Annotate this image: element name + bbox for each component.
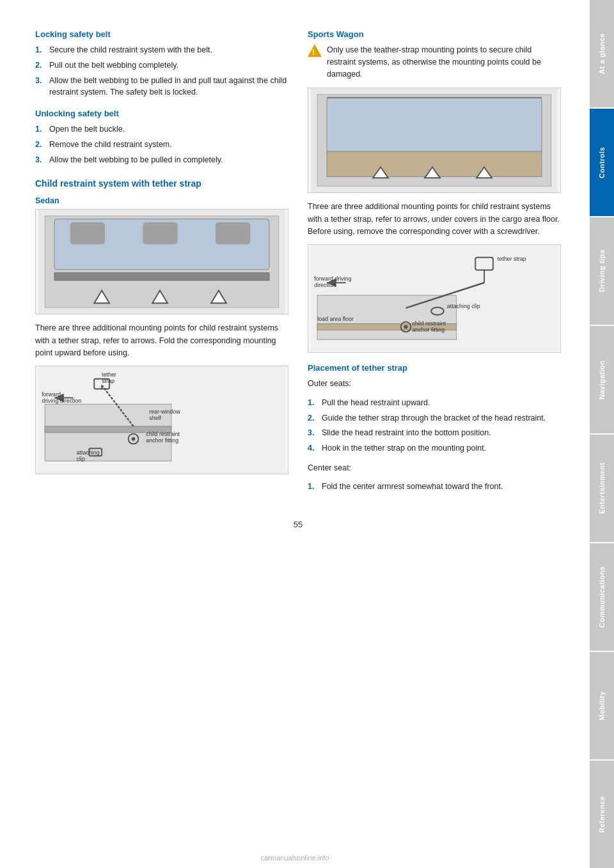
unlocking-step-3: 3.Allow the belt webbing to be pulled in…	[35, 154, 288, 166]
svg-rect-4	[143, 222, 177, 245]
svg-rect-3	[70, 222, 105, 245]
svg-text:forward: forward	[42, 392, 61, 398]
tab-navigation[interactable]: Navigation	[590, 326, 614, 433]
locking-heading: Locking safety belt	[35, 29, 288, 39]
left-column: Locking safety belt 1.Secure the child r…	[35, 19, 288, 500]
locking-step-3: 3.Allow the belt webbing to be pulled in…	[35, 75, 288, 99]
svg-text:child restraint: child restraint	[412, 321, 446, 327]
wagon-body-text: Three are three additional mounting poin…	[308, 201, 561, 238]
svg-text:attaching: attaching	[77, 450, 100, 456]
tab-entertainment[interactable]: Entertainment	[590, 435, 614, 542]
placement-heading: Placement of tether strap	[308, 363, 561, 373]
center-step-1: 1.Fold the center armrest somewhat towar…	[308, 481, 561, 493]
svg-text:rear-window: rear-window	[149, 408, 180, 415]
svg-text:anchor fitting: anchor fitting	[412, 327, 445, 334]
locking-steps: 1.Secure the child restraint system with…	[35, 44, 288, 98]
sedan-detail-diagram: forward driving direction tether strap c…	[35, 366, 288, 474]
svg-text:anchor fitting: anchor fitting	[146, 437, 178, 444]
tab-controls[interactable]: Controls	[590, 109, 614, 216]
sedan-body-text: There are three additional mounting poin…	[35, 322, 288, 359]
warning-box: Only use the teather-strap mounting poin…	[308, 44, 561, 80]
watermark: carmanualsonline.info	[260, 854, 329, 862]
outer-step-4: 4.Hook in the tether strap on the mounti…	[308, 442, 561, 454]
svg-text:tether strap: tether strap	[498, 256, 526, 262]
svg-text:forward driving: forward driving	[314, 276, 351, 283]
page-number: 55	[35, 520, 561, 529]
tab-reference[interactable]: Reference	[590, 761, 614, 868]
outer-seats-label: Outer seats:	[308, 378, 561, 390]
unlocking-step-2: 2.Remove the child restraint system.	[35, 139, 288, 151]
right-column: Sports Wagon Only use the teather-strap …	[308, 19, 561, 500]
svg-text:load area floor: load area floor	[317, 316, 354, 322]
wagon-top-diagram	[308, 88, 561, 193]
outer-step-2: 2.Guide the tether strap through the bra…	[308, 412, 561, 424]
tab-at-a-glance[interactable]: At a glance	[590, 0, 614, 107]
svg-text:driving direction: driving direction	[42, 398, 81, 405]
svg-rect-5	[216, 222, 250, 245]
sedan-heading: Sedan	[35, 196, 288, 205]
svg-text:attaching clip: attaching clip	[447, 303, 480, 309]
svg-point-19	[132, 437, 136, 441]
tab-driving-tips[interactable]: Driving tips	[590, 217, 614, 325]
svg-text:child restraint: child restraint	[146, 431, 180, 437]
child-restraint-heading: Child restraint system with tether strap	[35, 178, 288, 189]
svg-rect-33	[327, 98, 542, 155]
tab-bar: At a glance Controls Driving tips Naviga…	[590, 0, 614, 868]
center-seat-label: Center seat:	[308, 462, 561, 474]
locking-step-2: 2.Pull out the belt webbing completely.	[35, 59, 288, 72]
svg-text:shelf: shelf	[149, 415, 161, 421]
svg-text:tether: tether	[102, 371, 116, 378]
warning-text: Only use the teather-strap mounting poin…	[327, 44, 561, 80]
unlocking-step-1: 1.Open the belt buckle.	[35, 123, 288, 136]
warning-icon	[308, 44, 322, 57]
tab-mobility[interactable]: Mobility	[590, 652, 614, 759]
svg-rect-6	[54, 273, 269, 281]
unlocking-steps: 1.Open the belt buckle. 2.Remove the chi…	[35, 123, 288, 166]
sedan-diagram	[35, 209, 288, 314]
unlocking-heading: Unlocking safety belt	[35, 109, 288, 118]
svg-text:clip: clip	[77, 456, 85, 463]
svg-text:direction: direction	[314, 283, 336, 289]
locking-step-1: 1.Secure the child restraint system with…	[35, 44, 288, 56]
center-steps: 1.Fold the center armrest somewhat towar…	[308, 481, 561, 493]
outer-steps: 1.Pull the head restraint upward. 2.Guid…	[308, 397, 561, 454]
svg-point-48	[404, 325, 408, 329]
outer-step-3: 3.Slide the head restraint into the bott…	[308, 427, 561, 439]
wagon-detail-diagram: forward driving direction tether strap a…	[308, 244, 561, 353]
tab-communications[interactable]: Communications	[590, 543, 614, 651]
sports-wagon-heading: Sports Wagon	[308, 29, 561, 39]
svg-text:strap: strap	[102, 378, 114, 384]
outer-step-1: 1.Pull the head restraint upward.	[308, 397, 561, 409]
